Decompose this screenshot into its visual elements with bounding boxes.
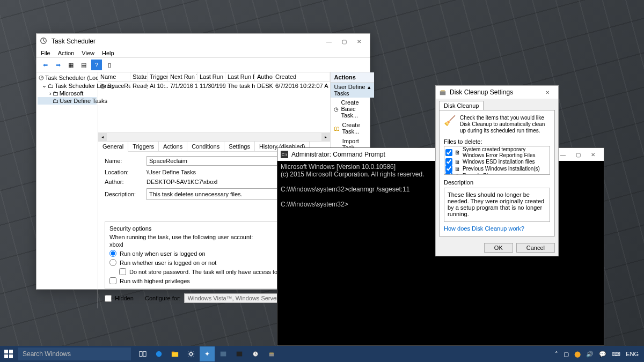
search-placeholder: Search Windows	[23, 350, 71, 358]
tab-conditions[interactable]: Conditions	[187, 142, 224, 151]
location-value: \User Define Tasks	[147, 169, 196, 175]
disk-cleanup-tab[interactable]: Disk Cleanup	[439, 101, 484, 110]
taskbar-app-1[interactable]: ✦	[200, 346, 215, 361]
no-store-password-checkbox[interactable]	[119, 268, 126, 275]
column-created[interactable]: Created	[273, 72, 330, 81]
tab-actions[interactable]: Actions	[159, 142, 187, 151]
cmd-close-button[interactable]: ✕	[586, 149, 601, 160]
minimize-button[interactable]: —	[321, 35, 336, 47]
close-button[interactable]: ✕	[352, 35, 367, 47]
task-icon: ◷	[334, 105, 339, 113]
column-next-run[interactable]: Next Run Time	[168, 72, 197, 81]
column-last-run[interactable]: Last Run Time	[197, 72, 225, 81]
how-does-disk-cleanup-work-link[interactable]: How does Disk Cleanup work?	[444, 225, 550, 232]
file-explorer-icon[interactable]	[167, 346, 182, 361]
column-triggers[interactable]: Triggers	[148, 72, 168, 81]
column-last-result[interactable]: Last Run Result	[225, 72, 255, 81]
column-status[interactable]: Status	[130, 72, 148, 81]
run-logged-or-not-radio[interactable]	[109, 259, 116, 266]
task-icon: 🕮	[334, 124, 340, 132]
tray-chevron-icon[interactable]: ˄	[555, 351, 558, 358]
cmd-taskbar-icon[interactable]	[232, 346, 247, 361]
task-row-spacereclaim[interactable]: ◷ SpaceReclaim Ready At 10:... 7/1/2016 …	[98, 82, 330, 91]
tray-network-icon[interactable]: ▢	[564, 351, 569, 358]
list-item[interactable]: 🗎Windows ESD installation files	[444, 158, 550, 165]
highest-privileges-checkbox[interactable]	[109, 277, 116, 284]
tray-keyboard-icon[interactable]: ⌨	[612, 351, 620, 358]
disk-cleanup-file-list[interactable]: 🗎System created temporary Windows Error …	[444, 146, 550, 175]
tree-microsoft[interactable]: ›🗀Microsoft	[38, 90, 97, 97]
disk-cleanup-icon	[439, 88, 447, 96]
item-checkbox[interactable]	[445, 172, 452, 175]
ok-button[interactable]: OK	[484, 243, 513, 253]
svg-rect-3	[440, 91, 446, 95]
item-checkbox[interactable]	[445, 165, 452, 172]
list-item[interactable]: 🗑Recycle Bin	[444, 172, 550, 175]
chevron-up-icon: ▴	[368, 84, 371, 97]
toolbar-btn-3[interactable]: ▯	[104, 60, 115, 70]
tab-general[interactable]: General	[98, 142, 128, 152]
task-scheduler-titlebar[interactable]: Task Scheduler — ▢ ✕	[36, 34, 370, 49]
tree-user-defined[interactable]: 🗀User Define Tasks	[38, 97, 97, 105]
start-button[interactable]	[0, 346, 17, 362]
file-icon: 🗎	[455, 166, 460, 172]
tray-volume-icon[interactable]: 🔊	[586, 351, 594, 358]
menu-help[interactable]: Help	[102, 50, 114, 56]
cmd-maximize-button[interactable]: ▢	[570, 149, 586, 160]
svg-text:C:\: C:\	[282, 152, 288, 157]
actions-subheader[interactable]: User Define Tasks▴	[331, 83, 374, 98]
cancel-button[interactable]: Cancel	[516, 243, 555, 253]
svg-rect-9	[143, 352, 146, 357]
task-scheduler-tree[interactable]: ◷Task Scheduler (Local) ⌄🗀Task Scheduler…	[36, 72, 98, 308]
taskbar-app-2[interactable]	[216, 346, 231, 361]
svg-rect-6	[4, 354, 8, 358]
item-checkbox[interactable]	[445, 158, 452, 165]
tab-triggers[interactable]: Triggers	[128, 142, 159, 151]
toolbar-btn-1[interactable]: ▦	[65, 60, 76, 70]
location-label: Location:	[105, 169, 142, 175]
menu-file[interactable]: File	[41, 50, 50, 56]
task-scheduler-grid[interactable]: Name Status Triggers Next Run Time Last …	[98, 72, 330, 142]
tree-root[interactable]: ◷Task Scheduler (Local)	[38, 73, 97, 82]
column-name[interactable]: Name	[98, 72, 130, 81]
task-view-button[interactable]	[135, 346, 150, 361]
column-author[interactable]: Author	[255, 72, 273, 81]
disk-cleanup-taskbar-icon[interactable]	[264, 346, 279, 361]
scroll-right-button[interactable]: ▸	[321, 133, 330, 142]
action-create-task[interactable]: 🕮Create Task...	[331, 120, 374, 136]
svg-rect-14	[221, 352, 226, 357]
help-button[interactable]: ?	[91, 60, 102, 70]
tray-notifications-icon[interactable]: 💬	[599, 351, 606, 358]
forward-button[interactable]: ➡	[53, 60, 63, 70]
menu-action[interactable]: Action	[58, 50, 75, 56]
tab-settings[interactable]: Settings	[224, 142, 255, 151]
tree-library[interactable]: ⌄🗀Task Scheduler Library	[38, 82, 97, 90]
toolbar-btn-2[interactable]: ▤	[78, 60, 89, 70]
tray-security-icon[interactable]: ⬤	[574, 351, 581, 358]
folder-icon: 🗀	[53, 90, 58, 97]
run-logged-on-radio[interactable]	[109, 250, 116, 257]
recycle-bin-icon: 🗑	[455, 173, 460, 175]
settings-icon[interactable]	[184, 346, 199, 361]
item-checkbox[interactable]	[445, 149, 452, 156]
hidden-checkbox[interactable]	[105, 295, 112, 302]
disk-cleanup-window: Disk Cleanup Settings ✕ Disk Cleanup 🧹 C…	[435, 85, 559, 256]
disk-cleanup-close-button[interactable]: ✕	[540, 86, 555, 98]
menu-view[interactable]: View	[82, 50, 94, 56]
action-create-basic-task[interactable]: ◷Create Basic Task...	[331, 98, 374, 120]
back-button[interactable]: ⬅	[40, 60, 50, 70]
svg-point-13	[189, 352, 192, 355]
list-item[interactable]: 🗎System created temporary Windows Error …	[444, 146, 550, 158]
tray-language[interactable]: ENG	[626, 351, 639, 357]
search-input[interactable]: Search Windows	[18, 348, 131, 360]
disk-cleanup-titlebar[interactable]: Disk Cleanup Settings ✕	[436, 86, 558, 99]
task-scheduler-title: Task Scheduler	[52, 38, 321, 45]
list-item[interactable]: 🗎Previous Windows installation(s)	[444, 165, 550, 172]
grid-horizontal-scrollbar[interactable]: ◂ ▸	[98, 132, 330, 141]
task-scheduler-taskbar-icon[interactable]	[248, 346, 263, 361]
edge-icon[interactable]	[151, 346, 166, 361]
svg-rect-4	[4, 350, 8, 353]
scroll-left-button[interactable]: ◂	[98, 133, 107, 142]
maximize-button[interactable]: ▢	[336, 35, 352, 47]
svg-rect-5	[9, 350, 13, 353]
